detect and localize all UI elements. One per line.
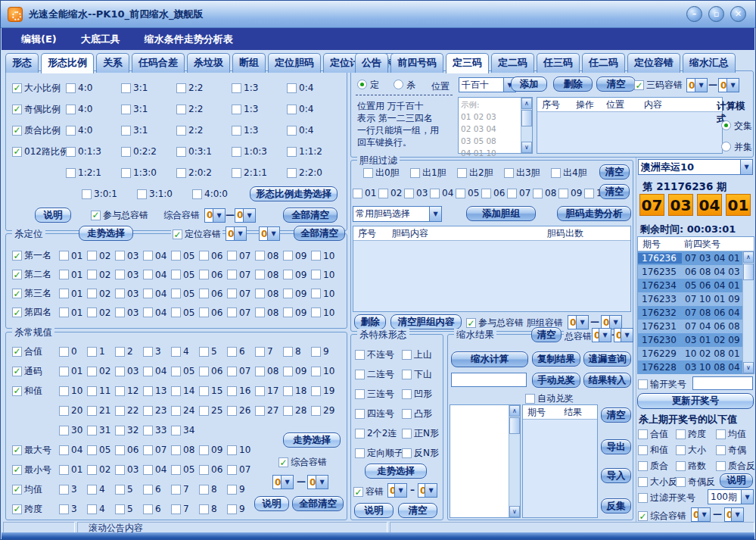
checkbox-box[interactable] xyxy=(59,307,69,317)
dropdown-arrow-icon[interactable]: ▼ xyxy=(267,227,279,240)
dan-delete-button[interactable]: 删除 xyxy=(354,314,386,329)
draw-number-input[interactable] xyxy=(692,376,753,390)
checkbox-22[interactable]: 22 xyxy=(115,405,143,416)
checkbox-box[interactable] xyxy=(199,251,209,261)
checkbox-输开奖号[interactable]: 输开奖号 xyxy=(638,378,686,391)
checkbox-凹形[interactable]: 凹形 xyxy=(402,388,432,401)
checkbox-不连号[interactable]: 不连号 xyxy=(355,348,394,361)
checkbox-26[interactable]: 26 xyxy=(227,405,255,416)
checkbox-2:1:1[interactable]: 2:1:1 xyxy=(232,167,287,178)
menu-edit[interactable]: 编辑(E) xyxy=(21,33,57,46)
checkbox-box[interactable] xyxy=(87,485,97,495)
dropdown-arrow-icon[interactable]: ▼ xyxy=(740,160,752,174)
lottery-tolerance-from-dropdown[interactable]: 0▼ xyxy=(691,507,711,522)
checkbox-box[interactable] xyxy=(66,168,76,178)
checkbox-box[interactable] xyxy=(456,189,465,198)
checkbox-box[interactable] xyxy=(378,189,388,198)
checkbox-box[interactable] xyxy=(171,386,181,396)
checkbox-box[interactable] xyxy=(143,406,153,416)
menu-tools[interactable]: 大底工具 xyxy=(81,33,120,46)
checkbox-box[interactable] xyxy=(171,270,181,279)
checkbox-box[interactable]: ✓ xyxy=(12,386,22,396)
checkbox-09[interactable]: 09 xyxy=(283,251,311,261)
checkbox-box[interactable] xyxy=(676,477,686,487)
checkbox-2[interactable]: 2 xyxy=(115,346,143,357)
checkbox-box[interactable] xyxy=(638,445,648,455)
tab-任码合差[interactable]: 任码合差 xyxy=(132,53,185,73)
dropdown-arrow-icon[interactable]: ▼ xyxy=(695,79,707,92)
checkbox-9[interactable]: 9 xyxy=(227,484,255,495)
checkbox-box[interactable]: ✓ xyxy=(12,465,22,475)
checkbox-16[interactable]: 16 xyxy=(227,385,255,396)
dropdown-arrow-icon[interactable]: ▼ xyxy=(281,476,293,488)
checkbox-0:4[interactable]: 0:4 xyxy=(287,83,342,93)
checkbox-25[interactable]: 25 xyxy=(199,405,227,416)
checkbox-01[interactable]: 01 xyxy=(353,188,378,198)
dropdown-arrow-icon[interactable]: ▼ xyxy=(731,508,743,521)
checkbox-box[interactable] xyxy=(87,445,97,455)
checkbox-box[interactable]: ✓ xyxy=(638,511,648,521)
checkbox-box[interactable] xyxy=(533,189,543,198)
dropdown-arrow-icon[interactable]: ▼ xyxy=(243,209,255,222)
checkbox-box[interactable]: ✓ xyxy=(278,457,288,467)
checkbox-box[interactable] xyxy=(171,251,181,261)
kill-position-trend-button[interactable]: 走势选择 xyxy=(79,226,133,241)
checkbox-box[interactable] xyxy=(59,289,69,298)
checkbox-box[interactable]: ✓ xyxy=(12,83,22,93)
checkbox-2个2连[interactable]: 2个2连 xyxy=(355,427,397,440)
history-row[interactable]: 17622910 02 08 01 xyxy=(638,347,742,361)
checkbox-02[interactable]: 02 xyxy=(87,366,115,376)
checkbox-09[interactable]: 09 xyxy=(283,289,311,299)
checkbox-box[interactable] xyxy=(115,386,125,396)
checkbox-1:3[interactable]: 1:3 xyxy=(232,104,287,114)
checkbox-03[interactable]: 03 xyxy=(115,464,143,475)
checkbox-7[interactable]: 7 xyxy=(171,504,199,514)
position-dropdown[interactable]: 千百十▼ xyxy=(459,77,516,92)
checkbox-box[interactable]: ✓ xyxy=(12,504,22,514)
checkbox-box[interactable] xyxy=(171,406,181,416)
checkbox-box[interactable] xyxy=(311,251,321,261)
checkbox-box[interactable]: ✓ xyxy=(12,347,22,357)
checkbox-box[interactable] xyxy=(59,251,69,261)
dropdown-arrow-icon[interactable]: ▼ xyxy=(609,316,621,329)
checkbox-09[interactable]: 09 xyxy=(199,445,227,455)
checkbox-box[interactable] xyxy=(199,270,209,279)
checkbox-01[interactable]: 01 xyxy=(59,270,87,280)
checkbox-08[interactable]: 08 xyxy=(255,366,283,376)
checkbox-box[interactable] xyxy=(311,307,321,317)
checkbox-box[interactable] xyxy=(716,445,726,455)
checkbox-07[interactable]: 07 xyxy=(227,251,255,261)
minimize-icon[interactable]: – xyxy=(686,6,702,22)
checkbox-合值[interactable]: 合值 xyxy=(638,428,676,441)
checkbox-box[interactable] xyxy=(504,168,514,178)
checkbox-1:0:3[interactable]: 1:0:3 xyxy=(232,146,287,157)
checkbox-box[interactable] xyxy=(227,504,237,514)
checkbox-27[interactable]: 27 xyxy=(255,405,283,416)
checkbox-box[interactable] xyxy=(287,168,297,178)
checkbox-box[interactable] xyxy=(176,168,186,178)
checkbox-04[interactable]: 04 xyxy=(59,445,87,455)
checkbox-01[interactable]: 01 xyxy=(59,366,87,376)
checkbox-07[interactable]: 07 xyxy=(227,366,255,376)
checkbox-box[interactable] xyxy=(227,406,237,416)
dropdown-arrow-icon[interactable]: ▼ xyxy=(394,484,406,497)
checkbox-34[interactable]: 34 xyxy=(171,425,199,435)
checkbox-7[interactable]: 7 xyxy=(171,484,199,495)
dan-clear-button[interactable]: 清空 xyxy=(599,164,630,179)
checkbox-box[interactable] xyxy=(199,406,209,416)
checkbox-3:1[interactable]: 3:1 xyxy=(121,104,176,114)
checkbox-box[interactable] xyxy=(283,347,293,357)
checkbox-box[interactable] xyxy=(227,270,237,279)
checkbox-box[interactable] xyxy=(59,465,69,475)
checkbox-box[interactable] xyxy=(558,189,568,198)
checkbox-8[interactable]: 8 xyxy=(199,504,227,514)
checkbox-参与总容错[interactable]: ✓参与总容错 xyxy=(91,209,148,222)
checkbox-box[interactable] xyxy=(115,367,125,376)
checkbox-08[interactable]: 08 xyxy=(255,270,283,280)
kill-regular-help-button[interactable]: 说明 xyxy=(254,496,289,511)
checkbox-box[interactable] xyxy=(176,147,186,157)
dan-clear-content-button[interactable]: 清空胆组内容 xyxy=(390,314,462,329)
checkbox-05[interactable]: 05 xyxy=(171,307,199,318)
checkbox-box[interactable] xyxy=(115,465,125,475)
checkbox-0:4[interactable]: 0:4 xyxy=(287,125,342,136)
